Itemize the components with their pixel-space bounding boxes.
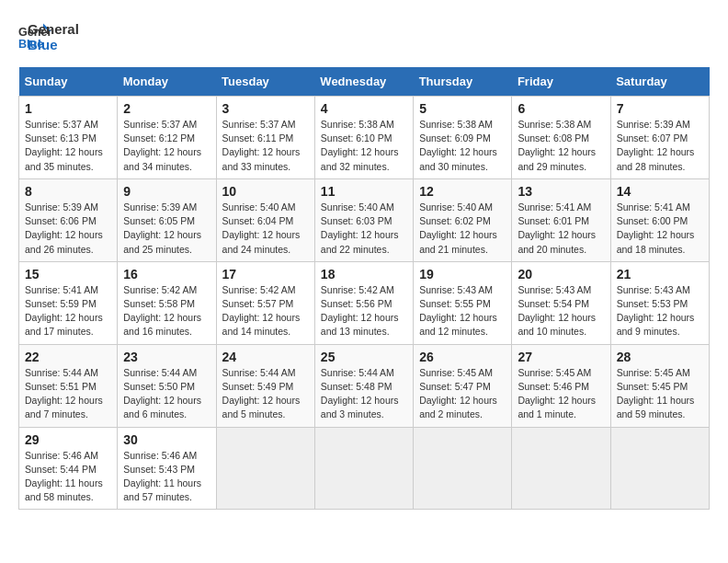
logo: General Blue General Blue	[18, 18, 79, 52]
calendar-cell: 17Sunrise: 5:42 AMSunset: 5:57 PMDayligh…	[216, 261, 314, 344]
day-number: 23	[123, 350, 210, 364]
day-number: 28	[617, 350, 703, 364]
day-number: 10	[222, 184, 309, 199]
calendar-week-2: 8Sunrise: 5:39 AMSunset: 6:06 PMDaylight…	[19, 178, 710, 261]
day-number: 4	[321, 101, 407, 116]
day-number: 5	[419, 101, 506, 116]
calendar-cell: 21Sunrise: 5:43 AMSunset: 5:53 PMDayligh…	[610, 261, 709, 344]
day-info: Sunrise: 5:40 AMSunset: 6:04 PMDaylight:…	[222, 201, 309, 257]
calendar-cell	[216, 427, 314, 510]
day-info: Sunrise: 5:41 AMSunset: 5:59 PMDaylight:…	[25, 283, 111, 339]
calendar-cell: 20Sunrise: 5:43 AMSunset: 5:54 PMDayligh…	[512, 261, 610, 344]
calendar-cell: 6Sunrise: 5:38 AMSunset: 6:08 PMDaylight…	[512, 97, 610, 179]
logo-blue: Blue	[28, 38, 79, 53]
weekday-header-friday: Friday	[512, 67, 610, 97]
day-number: 22	[25, 350, 111, 364]
day-info: Sunrise: 5:40 AMSunset: 6:02 PMDaylight:…	[419, 201, 506, 257]
calendar-cell: 13Sunrise: 5:41 AMSunset: 6:01 PMDayligh…	[512, 178, 610, 261]
calendar-cell	[414, 427, 512, 510]
day-info: Sunrise: 5:44 AMSunset: 5:51 PMDaylight:…	[25, 366, 111, 422]
day-info: Sunrise: 5:45 AMSunset: 5:45 PMDaylight:…	[617, 366, 703, 422]
day-info: Sunrise: 5:46 AMSunset: 5:44 PMDaylight:…	[25, 449, 111, 505]
day-info: Sunrise: 5:44 AMSunset: 5:49 PMDaylight:…	[222, 366, 309, 422]
calendar-cell: 1Sunrise: 5:37 AMSunset: 6:13 PMDaylight…	[19, 97, 118, 179]
day-number: 11	[321, 184, 407, 199]
calendar-cell: 10Sunrise: 5:40 AMSunset: 6:04 PMDayligh…	[216, 178, 314, 261]
weekday-header-tuesday: Tuesday	[216, 67, 314, 97]
day-info: Sunrise: 5:44 AMSunset: 5:50 PMDaylight:…	[123, 366, 210, 422]
calendar-cell: 30Sunrise: 5:46 AMSunset: 5:43 PMDayligh…	[118, 427, 216, 510]
weekday-header-sunday: Sunday	[19, 67, 118, 97]
calendar-cell: 12Sunrise: 5:40 AMSunset: 6:02 PMDayligh…	[414, 178, 512, 261]
day-info: Sunrise: 5:39 AMSunset: 6:05 PMDaylight:…	[123, 201, 210, 257]
day-number: 18	[321, 267, 407, 282]
calendar-cell: 4Sunrise: 5:38 AMSunset: 6:10 PMDaylight…	[314, 97, 413, 179]
day-number: 29	[25, 432, 111, 447]
day-info: Sunrise: 5:37 AMSunset: 6:11 PMDaylight:…	[222, 118, 309, 174]
day-number: 27	[518, 350, 604, 364]
day-info: Sunrise: 5:45 AMSunset: 5:46 PMDaylight:…	[518, 366, 604, 422]
day-info: Sunrise: 5:38 AMSunset: 6:10 PMDaylight:…	[321, 118, 407, 174]
weekday-header-wednesday: Wednesday	[314, 67, 413, 97]
weekday-header-saturday: Saturday	[610, 67, 709, 97]
day-number: 26	[419, 350, 506, 364]
day-number: 12	[419, 184, 506, 199]
day-number: 7	[617, 101, 703, 116]
day-number: 3	[222, 101, 309, 116]
calendar-cell	[610, 427, 709, 510]
calendar-cell: 23Sunrise: 5:44 AMSunset: 5:50 PMDayligh…	[118, 344, 216, 427]
calendar-cell: 19Sunrise: 5:43 AMSunset: 5:55 PMDayligh…	[414, 261, 512, 344]
day-info: Sunrise: 5:42 AMSunset: 5:56 PMDaylight:…	[321, 283, 407, 339]
weekday-header-row: SundayMondayTuesdayWednesdayThursdayFrid…	[19, 67, 710, 97]
day-info: Sunrise: 5:41 AMSunset: 6:01 PMDaylight:…	[518, 201, 604, 257]
calendar-cell: 7Sunrise: 5:39 AMSunset: 6:07 PMDaylight…	[610, 97, 709, 179]
day-info: Sunrise: 5:42 AMSunset: 5:57 PMDaylight:…	[222, 283, 309, 339]
calendar-cell: 18Sunrise: 5:42 AMSunset: 5:56 PMDayligh…	[314, 261, 413, 344]
day-info: Sunrise: 5:43 AMSunset: 5:53 PMDaylight:…	[617, 283, 703, 339]
calendar-cell: 16Sunrise: 5:42 AMSunset: 5:58 PMDayligh…	[118, 261, 216, 344]
day-info: Sunrise: 5:40 AMSunset: 6:03 PMDaylight:…	[321, 201, 407, 257]
logo-general: General	[28, 22, 79, 38]
day-info: Sunrise: 5:38 AMSunset: 6:08 PMDaylight:…	[518, 118, 604, 174]
calendar-cell: 8Sunrise: 5:39 AMSunset: 6:06 PMDaylight…	[19, 178, 118, 261]
calendar-cell: 15Sunrise: 5:41 AMSunset: 5:59 PMDayligh…	[19, 261, 118, 344]
calendar-cell: 25Sunrise: 5:44 AMSunset: 5:48 PMDayligh…	[314, 344, 413, 427]
day-info: Sunrise: 5:37 AMSunset: 6:13 PMDaylight:…	[25, 118, 111, 174]
weekday-header-monday: Monday	[118, 67, 216, 97]
calendar-cell: 28Sunrise: 5:45 AMSunset: 5:45 PMDayligh…	[610, 344, 709, 427]
day-number: 19	[419, 267, 506, 282]
day-number: 2	[123, 101, 210, 116]
calendar-cell: 22Sunrise: 5:44 AMSunset: 5:51 PMDayligh…	[19, 344, 118, 427]
weekday-header-thursday: Thursday	[414, 67, 512, 97]
day-info: Sunrise: 5:38 AMSunset: 6:09 PMDaylight:…	[419, 118, 506, 174]
day-number: 6	[518, 101, 604, 116]
day-number: 1	[25, 101, 111, 116]
calendar-cell: 9Sunrise: 5:39 AMSunset: 6:05 PMDaylight…	[118, 178, 216, 261]
calendar-cell: 29Sunrise: 5:46 AMSunset: 5:44 PMDayligh…	[19, 427, 118, 510]
day-info: Sunrise: 5:44 AMSunset: 5:48 PMDaylight:…	[321, 366, 407, 422]
day-number: 24	[222, 350, 309, 364]
day-number: 30	[123, 432, 210, 447]
day-number: 16	[123, 267, 210, 282]
day-info: Sunrise: 5:42 AMSunset: 5:58 PMDaylight:…	[123, 283, 210, 339]
calendar-cell	[512, 427, 610, 510]
day-info: Sunrise: 5:46 AMSunset: 5:43 PMDaylight:…	[123, 449, 210, 505]
calendar-week-1: 1Sunrise: 5:37 AMSunset: 6:13 PMDaylight…	[19, 97, 710, 179]
day-info: Sunrise: 5:43 AMSunset: 5:55 PMDaylight:…	[419, 283, 506, 339]
day-number: 17	[222, 267, 309, 282]
day-number: 14	[617, 184, 703, 199]
calendar-cell: 26Sunrise: 5:45 AMSunset: 5:47 PMDayligh…	[414, 344, 512, 427]
calendar-cell	[314, 427, 413, 510]
day-info: Sunrise: 5:39 AMSunset: 6:07 PMDaylight:…	[617, 118, 703, 174]
day-info: Sunrise: 5:45 AMSunset: 5:47 PMDaylight:…	[419, 366, 506, 422]
day-number: 9	[123, 184, 210, 199]
calendar-cell: 24Sunrise: 5:44 AMSunset: 5:49 PMDayligh…	[216, 344, 314, 427]
page-header: General Blue General Blue	[18, 18, 710, 52]
day-number: 13	[518, 184, 604, 199]
calendar-cell: 5Sunrise: 5:38 AMSunset: 6:09 PMDaylight…	[414, 97, 512, 179]
calendar-cell: 27Sunrise: 5:45 AMSunset: 5:46 PMDayligh…	[512, 344, 610, 427]
calendar-table: SundayMondayTuesdayWednesdayThursdayFrid…	[18, 67, 710, 510]
day-number: 21	[617, 267, 703, 282]
calendar-cell: 3Sunrise: 5:37 AMSunset: 6:11 PMDaylight…	[216, 97, 314, 179]
calendar-week-3: 15Sunrise: 5:41 AMSunset: 5:59 PMDayligh…	[19, 261, 710, 344]
